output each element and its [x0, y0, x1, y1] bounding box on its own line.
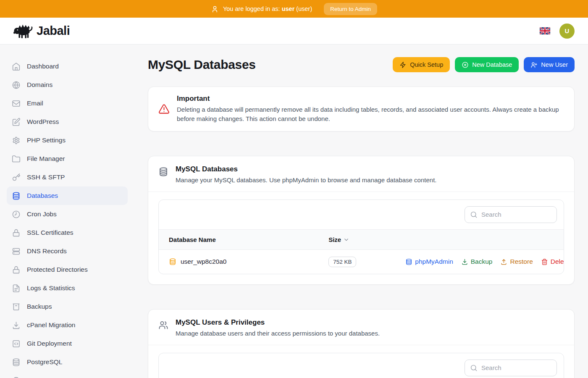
alert-triangle-icon — [158, 103, 170, 115]
new-user-button[interactable]: New User — [524, 57, 575, 72]
sidebar-item-label: Databases — [27, 192, 58, 200]
logged-in-role: (user) — [296, 5, 312, 12]
sidebar-item-label: Dashboard — [27, 63, 59, 70]
sidebar-item-ssh-sftp[interactable]: SSH & SFTP — [7, 168, 128, 186]
sidebar-item-protected-directories[interactable]: Protected Directories — [7, 260, 128, 279]
main-content: MySQL Databases Quick Setup New Database… — [134, 45, 588, 378]
sidebar-item-postgresql[interactable]: PostgreSQL — [7, 353, 128, 371]
users-card: MySQL Users & Privileges Manage database… — [148, 309, 575, 378]
sidebar-item-dns-records[interactable]: DNS Records — [7, 242, 128, 260]
sidebar-item-logs-statistics[interactable]: Logs & Statistics — [7, 279, 128, 297]
database-icon — [12, 358, 21, 367]
app-header: Jabali U — [0, 18, 588, 45]
sidebar-nav: Dashboard Domains Email WordPress PHP Se… — [0, 45, 134, 378]
sidebar-item-wordpress[interactable]: WordPress — [7, 113, 128, 131]
upload-icon — [500, 258, 507, 265]
database-icon — [12, 192, 21, 200]
database-name-cell: user_wp8c20a0 — [169, 258, 328, 265]
users-icon — [158, 320, 168, 330]
sidebar-item-label: Cron Jobs — [27, 210, 57, 218]
sidebar-item-databases[interactable]: Databases — [7, 186, 128, 205]
return-to-admin-button[interactable]: Return to Admin — [324, 3, 377, 15]
clock-icon — [12, 210, 21, 219]
user-icon — [211, 5, 219, 13]
sidebar-item-label: Logs & Statistics — [27, 284, 75, 292]
sidebar-item-file-manager[interactable]: File Manager — [7, 150, 128, 168]
brand-name: Jabali — [37, 24, 70, 38]
lock-icon — [12, 228, 21, 237]
search-icon — [470, 211, 478, 218]
sidebar-item-git-deployment[interactable]: Git Deployment — [7, 334, 128, 353]
sidebar-item-label: File Manager — [27, 155, 65, 163]
sidebar-item-label: PostgreSQL — [27, 358, 62, 366]
page-title: MySQL Databases — [148, 58, 256, 72]
sidebar-item-partial[interactable] — [7, 371, 128, 378]
globe-icon — [12, 81, 21, 89]
sidebar-item-email[interactable]: Email — [7, 94, 128, 113]
gear-icon — [12, 136, 21, 145]
restore-link[interactable]: Restore — [500, 258, 533, 265]
user-plus-icon — [530, 61, 538, 68]
folder-icon — [12, 155, 21, 163]
delete-link[interactable]: Delete — [541, 258, 564, 265]
quick-setup-button[interactable]: Quick Setup — [393, 57, 450, 72]
sidebar-item-backups[interactable]: Backups — [7, 297, 128, 316]
databases-search — [465, 206, 557, 223]
language-flag-icon[interactable] — [540, 27, 550, 34]
new-user-label: New User — [541, 61, 568, 68]
download-icon — [461, 258, 468, 265]
lock-icon — [12, 265, 21, 274]
logged-in-username: user — [282, 5, 295, 12]
size-badge: 752 KB — [328, 257, 356, 267]
warning-title: Important — [177, 94, 564, 103]
sidebar-item-dashboard[interactable]: Dashboard — [7, 57, 128, 76]
users-card-title: MySQL Users & Privileges — [176, 318, 380, 327]
new-database-button[interactable]: New Database — [455, 57, 519, 72]
quick-setup-label: Quick Setup — [410, 61, 443, 68]
mail-icon — [12, 99, 21, 108]
sidebar-item-label: Backups — [27, 303, 52, 310]
database-row: user_wp8c20a0 752 KB phpMyAdmin Backup — [159, 250, 564, 274]
sidebar-item-cpanel-migration[interactable]: cPanel Migration — [7, 316, 128, 334]
phpmyadmin-link[interactable]: phpMyAdmin — [405, 258, 453, 265]
code-icon — [12, 339, 21, 348]
users-card-description: Manage database users and their access p… — [176, 330, 380, 337]
new-database-label: New Database — [472, 61, 512, 68]
sidebar-item-label: WordPress — [27, 118, 59, 126]
column-database-name: Database Name — [169, 236, 328, 243]
download-icon — [12, 321, 21, 330]
databases-search-input[interactable] — [481, 211, 551, 218]
sidebar-item-label: Git Deployment — [27, 340, 72, 347]
archive-icon — [12, 302, 21, 311]
sidebar-item-php-settings[interactable]: PHP Settings — [7, 131, 128, 150]
user-avatar[interactable]: U — [559, 24, 575, 39]
databases-card-description: Manage your MySQL databases. Use phpMyAd… — [176, 176, 436, 184]
sidebar-item-ssl-certificates[interactable]: SSL Certificates — [7, 223, 128, 242]
search-icon — [470, 364, 478, 372]
databases-table-panel: Database Name Size user_wp8c20a0 752 KB — [158, 200, 564, 274]
users-search — [465, 360, 557, 376]
brand-logo[interactable]: Jabali — [13, 23, 70, 39]
plus-circle-icon — [462, 61, 469, 68]
database-icon — [158, 167, 168, 177]
sidebar-item-label: cPanel Migration — [27, 321, 75, 329]
sidebar-item-label: Protected Directories — [27, 266, 88, 273]
sidebar-item-label: PHP Settings — [27, 136, 66, 144]
warning-body: Deleting a database will permanently rem… — [177, 105, 564, 123]
sidebar-item-cron-jobs[interactable]: Cron Jobs — [7, 205, 128, 223]
sidebar-item-label: SSL Certificates — [27, 229, 74, 236]
chevron-down-icon — [343, 236, 349, 243]
sidebar-item-domains[interactable]: Domains — [7, 76, 128, 94]
trash-icon — [541, 258, 548, 265]
server-icon — [12, 247, 21, 256]
key-icon — [12, 173, 21, 182]
databases-card: MySQL Databases Manage your MySQL databa… — [148, 156, 575, 285]
file-text-icon — [12, 284, 21, 293]
backup-link[interactable]: Backup — [461, 258, 493, 265]
home-icon — [12, 62, 21, 71]
users-search-input[interactable] — [481, 364, 551, 371]
sidebar-item-label: SSH & SFTP — [27, 173, 65, 181]
impersonation-banner: You are logged in as: user (user) Return… — [0, 0, 588, 18]
edit-icon — [12, 118, 21, 126]
column-size-sort[interactable]: Size — [328, 236, 405, 243]
